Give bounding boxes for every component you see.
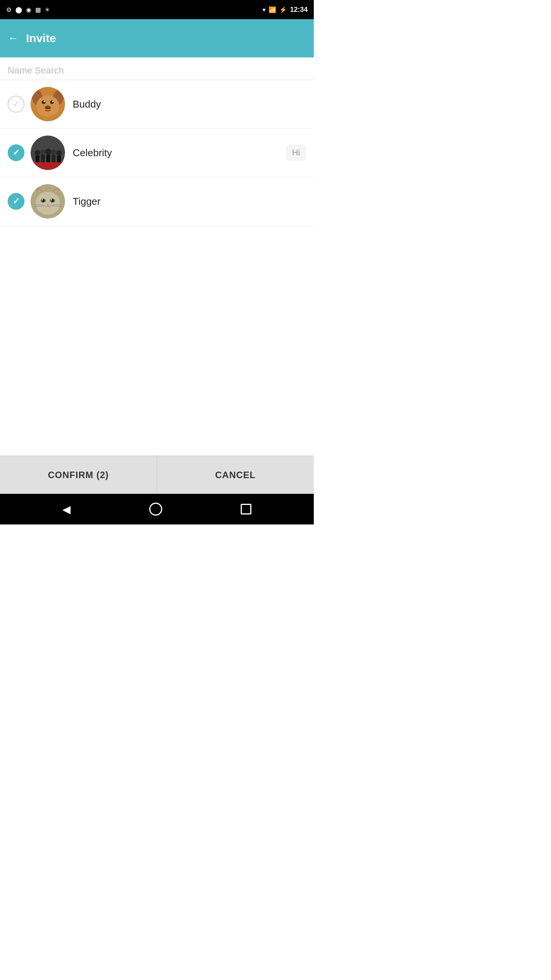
contact-list: ✓ Buddy [0,80,314,456]
svg-point-30 [51,199,54,203]
celebrity-name: Celebrity [73,147,286,159]
bottom-buttons: CONFIRM (2) CANCEL [0,456,314,494]
status-icons-right: ▾ 📶 ⚡ 12:34 [262,6,308,14]
wifi-icon: ▾ [262,6,266,13]
svg-rect-18 [52,155,55,162]
svg-point-6 [44,101,45,102]
celebrity-message-badge: Hi [286,145,306,161]
status-bar: ⚙ ⬤ ◉ ▦ ✳ ▾ 📶 ⚡ 12:34 [0,0,314,19]
svg-rect-20 [57,155,61,162]
status-icons-left: ⚙ ⬤ ◉ ▦ ✳ [6,6,50,13]
list-item: ✓ [0,177,314,226]
svg-point-15 [45,149,51,155]
tigger-checkbox[interactable]: ✓ [8,193,24,210]
buddy-name: Buddy [73,98,306,110]
svg-point-5 [50,100,54,104]
tigger-name: Tigger [73,196,306,207]
back-nav-icon[interactable]: ◀ [62,503,71,516]
cancel-button[interactable]: CANCEL [157,456,314,494]
signal-icon: 📶 [269,6,276,13]
message-icon: ◉ [26,6,31,13]
battery-icon: ⚡ [279,6,287,13]
svg-point-7 [52,101,54,102]
svg-point-4 [42,100,46,104]
list-item: ✓ [0,129,314,177]
svg-rect-16 [46,155,50,162]
list-item: ✓ Buddy [0,80,314,129]
status-time: 12:34 [290,6,308,14]
svg-point-26 [36,192,60,215]
svg-rect-10 [31,162,65,170]
sd-icon: ▦ [35,6,41,13]
svg-point-19 [56,150,62,155]
tigger-avatar [31,184,65,219]
svg-point-17 [51,150,56,155]
check-empty-icon: ✓ [13,99,20,109]
page-title: Invite [26,32,56,45]
recents-nav-icon[interactable] [241,504,251,514]
svg-point-8 [45,106,51,109]
back-button[interactable]: ← [8,32,18,44]
spinner-icon: ✳ [45,6,50,13]
celebrity-avatar [31,136,65,170]
search-input[interactable] [8,65,306,76]
buddy-avatar [31,87,65,121]
svg-rect-14 [41,155,45,162]
circle-icon: ⬤ [15,6,22,13]
search-container [0,57,314,80]
home-nav-icon[interactable] [149,503,162,516]
check-icon: ✓ [13,196,20,206]
svg-point-29 [42,199,44,203]
svg-point-32 [51,199,52,201]
settings-icon: ⚙ [6,6,11,13]
buddy-checkbox[interactable]: ✓ [8,96,24,113]
nav-bar: ◀ [0,494,314,524]
svg-point-11 [35,150,40,155]
app-bar: ← Invite [0,19,314,57]
check-icon: ✓ [13,148,20,158]
svg-rect-12 [36,155,39,162]
confirm-button[interactable]: CONFIRM (2) [0,456,157,494]
svg-point-31 [42,199,43,201]
svg-point-13 [40,149,46,155]
celebrity-checkbox[interactable]: ✓ [8,144,24,161]
